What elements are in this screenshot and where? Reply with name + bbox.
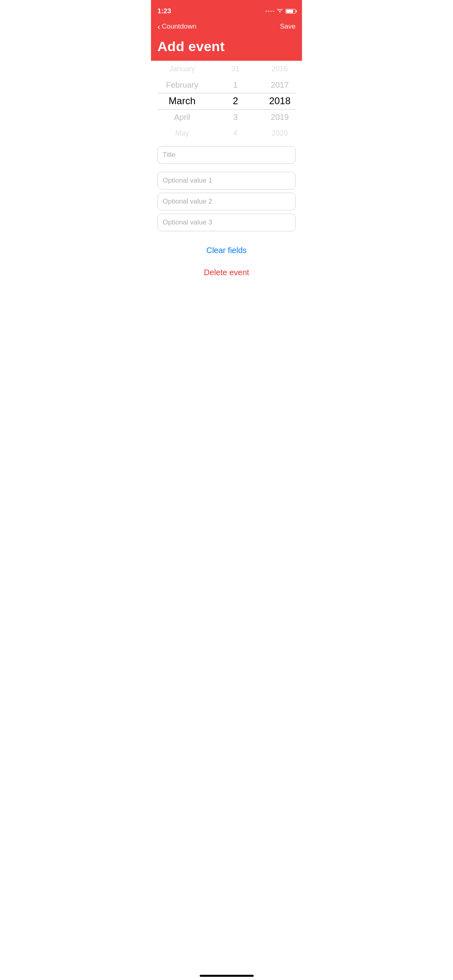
optional-value-1-input[interactable] <box>157 172 296 189</box>
year-picker-column[interactable]: 2016 2017 2018 2019 2020 <box>258 61 302 141</box>
status-icons <box>265 8 296 14</box>
month-item-april[interactable]: April <box>151 109 213 125</box>
month-item-january[interactable]: January <box>151 61 213 77</box>
navigation-bar: ‹ Countdown Save <box>151 18 302 35</box>
wifi-icon <box>277 8 283 14</box>
year-item-2017[interactable]: 2017 <box>258 77 302 93</box>
title-input[interactable] <box>157 146 296 164</box>
page-title: Add event <box>157 39 296 54</box>
month-item-march[interactable]: March <box>151 93 213 109</box>
day-item-31[interactable]: 31 <box>213 61 257 77</box>
status-bar: 1:23 <box>151 0 302 18</box>
year-item-2019[interactable]: 2019 <box>258 109 302 125</box>
day-item-1[interactable]: 1 <box>213 77 257 93</box>
save-button[interactable]: Save <box>280 23 296 31</box>
optional-fields-wrapper <box>151 167 302 235</box>
year-item-2020[interactable]: 2020 <box>258 125 302 141</box>
optional-value-3-input[interactable] <box>157 214 296 231</box>
day-item-2[interactable]: 2 <box>213 93 257 109</box>
day-item-3[interactable]: 3 <box>213 109 257 125</box>
delete-event-button[interactable]: Delete event <box>204 265 249 280</box>
month-picker-column[interactable]: January February March April May <box>151 61 213 141</box>
back-button[interactable]: ‹ Countdown <box>157 23 197 31</box>
status-time: 1:23 <box>157 7 171 15</box>
day-picker-column[interactable]: 31 1 2 3 4 <box>213 61 257 141</box>
battery-icon <box>285 9 296 14</box>
year-item-2018[interactable]: 2018 <box>258 93 302 109</box>
date-picker[interactable]: January February March April May 31 1 2 … <box>151 61 302 141</box>
day-item-4[interactable]: 4 <box>213 125 257 141</box>
signal-icon <box>265 10 274 12</box>
year-item-2016[interactable]: 2016 <box>258 61 302 77</box>
month-item-may[interactable]: May <box>151 125 213 141</box>
large-title-area: Add event <box>151 35 302 61</box>
clear-fields-button[interactable]: Clear fields <box>206 243 246 258</box>
back-label: Countdown <box>162 23 197 31</box>
back-chevron-icon: ‹ <box>157 23 160 31</box>
title-field-wrapper <box>151 141 302 167</box>
month-item-february[interactable]: February <box>151 77 213 93</box>
action-buttons-area: Clear fields Delete event <box>151 235 302 288</box>
optional-value-2-input[interactable] <box>157 193 296 210</box>
